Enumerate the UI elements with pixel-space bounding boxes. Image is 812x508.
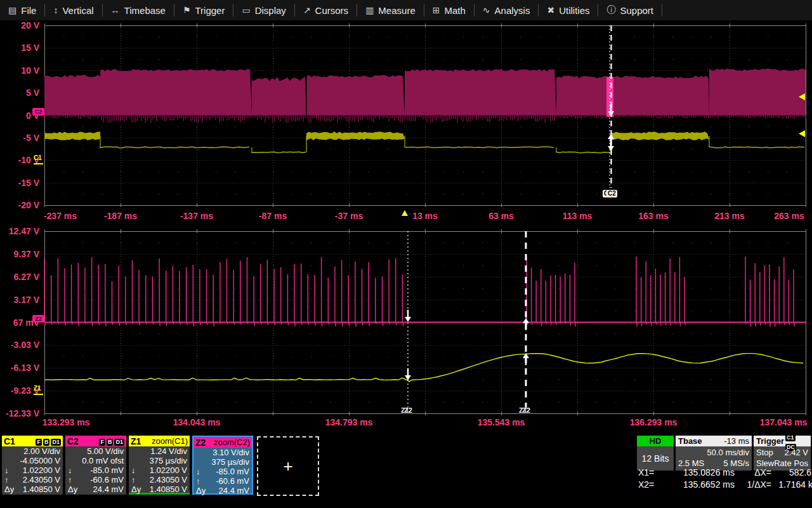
bottom-marker-z2[interactable]: Z2 (32, 315, 44, 323)
top-grid-y-label: -20 V (0, 200, 39, 210)
top-grid-x-label: -187 ms (104, 211, 137, 221)
descriptor-row-value: 1.02200 V (143, 465, 187, 475)
timebase-box[interactable]: Tbase -13 ms 50.0 ms/div 2.5 MS 5 MS/s (676, 436, 752, 471)
descriptor-row: Δy1.40850 V (129, 485, 190, 494)
top-grid-x-label: -137 ms (180, 211, 213, 221)
top-grid-x-label: 113 ms (563, 211, 593, 221)
top-grid-y-label: -5 V (0, 133, 39, 143)
bottom-grid-x-label: 134.793 ms (325, 417, 373, 427)
descriptor-row: ↓-85.0 mV (65, 465, 126, 475)
descriptor-row: ↓1.02200 V (2, 465, 63, 475)
bottom-grid-x-label: 133.293 ms (43, 417, 90, 427)
descriptor-row: 2.00 V/div (2, 446, 63, 456)
bottom-grid-y-label: 9.37 V (0, 249, 39, 259)
descriptor-row-value: -85.0 mV (79, 465, 124, 475)
bottom-marker-underline-z1 (34, 394, 43, 395)
descriptor-row-glyph: Δy (68, 485, 79, 494)
descriptor-row-glyph: ↓ (131, 465, 143, 475)
top-grid-x-label: -87 ms (259, 211, 287, 221)
descriptor-zoom-source: zoom(C1) (152, 436, 188, 446)
tbase-memory: 2.5 MS (678, 458, 704, 468)
descriptor-row-value: 2.43050 V (143, 475, 187, 485)
bottom-grid-y-label: -3.03 V (0, 340, 39, 350)
hd-mode-box[interactable]: HD 12 Bits (637, 436, 674, 471)
cursor-readout-row1: X1= 135.0826 ms ΔX= 582.6 µs (638, 467, 812, 478)
descriptor-row-value: 375 µs/div (143, 456, 187, 465)
top-marker-c2[interactable]: C2 (32, 108, 44, 116)
descriptor-header-c1: C1FBD1 (2, 436, 63, 446)
bottom-marker-z1[interactable]: Z1 (34, 385, 41, 392)
descriptor-header-c2: C2FBD1 (65, 436, 126, 446)
bottom-grid-y-label: 3.17 V (0, 295, 39, 305)
dx-value: 582.6 µs (771, 467, 812, 478)
descriptor-row-value: -60.6 mV (79, 475, 124, 485)
top-grid-y-label: 15 V (0, 43, 39, 53)
zoom-cursor2-tag-z2[interactable]: Z2 (522, 406, 530, 414)
descriptor-row: 375 µs/div (193, 457, 252, 467)
descriptor-row-value: 1.02200 V (16, 465, 60, 475)
descriptor-row-value: 5.00 V/div (79, 446, 124, 456)
trigger-box[interactable]: Trigger C1 DC Stop 2.42 V SlewRate Pos (754, 436, 811, 471)
descriptor-header-z2: Z2zoom(C2) (193, 437, 252, 448)
descriptor-row-glyph: Δy (196, 486, 207, 495)
descriptor-row-glyph: ↑ (68, 475, 79, 485)
trigger-type: SlewRate (756, 458, 792, 468)
descriptor-row-value: 3.10 V/div (207, 448, 249, 457)
descriptor-row-value: 24.4 mV (79, 485, 124, 494)
descriptor-row: Δy24.4 mV (65, 485, 126, 494)
add-trace-box[interactable]: + (257, 436, 319, 496)
descriptor-badges: FBD1 (34, 436, 61, 446)
invdx-label: 1/ΔX= (735, 479, 771, 490)
descriptor-row: Δy1.40850 V (2, 485, 63, 494)
bottom-grid-x-label: 135.543 ms (478, 417, 525, 427)
bottom-grid-x-label: 134.043 ms (173, 417, 221, 427)
descriptor-row-value: 1.40850 V (16, 485, 60, 494)
oscilloscope-screen: { "menu": { "items": [ {"label":"File","… (0, 0, 812, 508)
descriptor-row-glyph: ↑ (131, 475, 143, 485)
bottom-grid-y-label: 12.47 V (0, 226, 39, 236)
top-marker-underline-c1 (34, 163, 43, 164)
descriptor-row: ↑2.43050 V (129, 475, 190, 485)
top-grid-x-label: 213 ms (714, 211, 744, 221)
tbase-delay: -13 ms (724, 436, 749, 446)
top-cursor-tag-c2[interactable]: C2 (606, 190, 617, 197)
descriptor-row-value: 0.0 mV ofst (79, 456, 124, 465)
hd-label: HD (650, 436, 662, 446)
x1-label: X1= (638, 467, 664, 478)
top-grid-x-label: 163 ms (638, 211, 668, 221)
descriptor-badge-d1: D1 (114, 439, 124, 446)
top-grid-x-label: 13 ms (412, 211, 438, 221)
descriptor-row: ↓-85.0 mV (193, 467, 252, 476)
top-grid-x-label: 63 ms (488, 211, 514, 221)
descriptor-row: 0.0 mV ofst (65, 456, 126, 465)
descriptor-z2[interactable]: Z2zoom(C2)3.10 V/div375 µs/div↓-85.0 mV↑… (192, 436, 253, 495)
bottom-grid-y-label: -12.33 V (0, 408, 39, 418)
overlay-layer: 20 V15 V10 V5 V0 V-5 V-10 V-15 V-20 V-23… (0, 0, 812, 508)
bottom-grid-y-label: -6.13 V (0, 363, 39, 373)
trigger-mode: Stop (756, 448, 773, 457)
descriptor-badge-b: B (43, 439, 50, 446)
descriptor-z1[interactable]: Z1zoom(C1)1.24 V/div375 µs/div↓1.02200 V… (129, 436, 190, 495)
bottom-grid-y-label: 6.27 V (0, 272, 39, 282)
descriptor-row: ↑2.43050 V (2, 475, 63, 485)
dx-label: ΔX= (735, 467, 771, 478)
descriptor-badges: FBD1 (98, 436, 124, 446)
trigger-slope: Pos (794, 458, 808, 468)
descriptor-row-value: 2.43050 V (16, 475, 60, 485)
top-marker-c1[interactable]: C1 (34, 154, 42, 161)
descriptor-row-value: 2.00 V/div (16, 446, 60, 456)
descriptor-badge-f: F (36, 439, 42, 446)
descriptor-title: C1 (4, 436, 15, 446)
descriptor-row: 1.24 V/div (129, 446, 190, 456)
descriptor-row: 5.00 V/div (65, 446, 126, 456)
descriptor-title: C2 (67, 436, 79, 446)
descriptor-c2[interactable]: C2FBD15.00 V/div0.0 mV ofst↓-85.0 mV↑-60… (65, 436, 126, 495)
descriptor-c1[interactable]: C1FBD12.00 V/div-4.05000 V↓1.02200 V↑2.4… (2, 436, 63, 495)
zoom-cursor1-tag-z2[interactable]: Z2 (404, 406, 412, 414)
descriptor-row-glyph: ↑ (196, 476, 207, 486)
descriptor-zoom-source: zoom(C2) (214, 438, 250, 447)
descriptor-row-glyph: ↓ (196, 467, 207, 476)
top-grid-x-label: 263 ms (774, 211, 804, 221)
descriptor-row-glyph: ↓ (68, 465, 79, 475)
plus-icon: + (283, 457, 292, 476)
